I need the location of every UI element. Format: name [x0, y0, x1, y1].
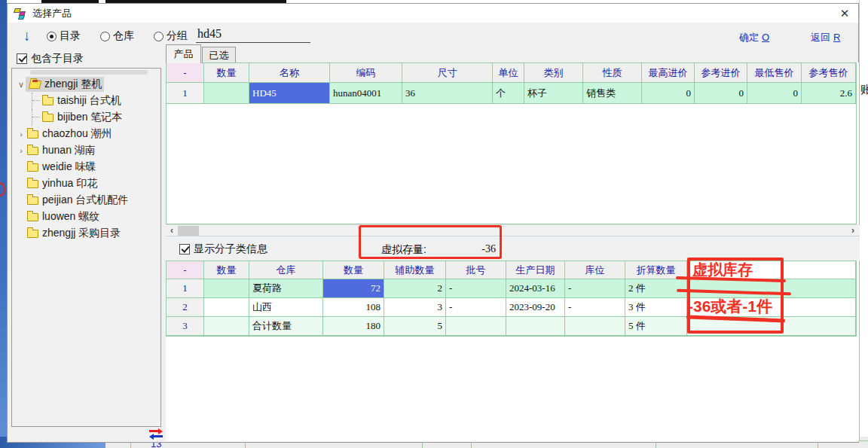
tree-scrollbar[interactable]	[30, 70, 148, 75]
select-product-dialog: 选择产品 ✕ ↓ 目录 仓库 分组 确定O 返回R 包含子目录 ∨	[7, 3, 859, 443]
background-partial-text: 账	[860, 83, 868, 97]
tab-selected[interactable]: 已选	[202, 47, 236, 63]
folder-icon	[27, 180, 38, 188]
tree-item-chaozhou[interactable]: › chaozhou 潮州	[12, 126, 160, 142]
folder-icon	[27, 163, 38, 172]
open-folder-icon	[29, 81, 41, 89]
include-subdir-checkbox[interactable]: 包含子目录	[17, 52, 84, 66]
selected-cell[interactable]: 72	[323, 279, 384, 298]
checkbox-icon	[179, 244, 190, 254]
down-arrow-icon[interactable]: ↓	[23, 28, 31, 44]
title-bar: 选择产品 ✕	[8, 4, 858, 23]
tree-bottom-strip	[11, 427, 161, 442]
tree-item-zhengjj[interactable]: zhengjj 采购目录	[12, 225, 160, 242]
tree-item-zhengji[interactable]: ∨ zhengji 整机	[12, 76, 160, 93]
tree-item-weidie[interactable]: weidie 味碟	[12, 159, 160, 175]
background-window-right: 账	[859, 0, 868, 448]
radio-dot	[100, 32, 110, 41]
tree-list: ∨ zhengji 整机 taishiji 台式机 bijiben 笔记本 › …	[12, 76, 160, 242]
scroll-right-icon[interactable]: ›	[847, 225, 859, 236]
product-table: - 数量 名称 编码 尺寸 单位 类别 性质 最高进价 参考进价 最低售价 参考…	[166, 62, 857, 224]
mode-radio-group: 目录 仓库 分组	[47, 29, 188, 43]
chevron-right-icon[interactable]: ›	[17, 146, 26, 155]
return-button[interactable]: 返回R	[811, 31, 840, 44]
catalog-tree-panel: ∨ zhengji 整机 taishiji 台式机 bijiben 笔记本 › …	[11, 68, 161, 427]
app-icon	[14, 8, 27, 20]
scrollbar-thumb[interactable]	[178, 226, 199, 236]
tree-item-taishiji[interactable]: taishiji 台式机	[12, 93, 160, 109]
tree-item-yinhua[interactable]: yinhua 印花	[12, 175, 160, 192]
show-subclass-checkbox[interactable]: 显示分子类信息	[179, 242, 267, 256]
tree-item-bijiben[interactable]: bijiben 笔记本	[12, 109, 160, 126]
folder-icon	[27, 147, 38, 155]
swap-icon[interactable]	[149, 428, 163, 439]
radio-warehouse[interactable]: 仓库	[100, 29, 134, 43]
folder-icon	[27, 230, 38, 238]
selected-cell[interactable]: HD45	[249, 83, 330, 104]
folder-icon	[42, 97, 53, 105]
tree-item-hunan[interactable]: › hunan 湖南	[12, 142, 160, 159]
folder-icon	[42, 114, 53, 122]
tab-product[interactable]: 产品	[166, 44, 201, 63]
folder-icon	[27, 213, 38, 221]
chevron-right-icon[interactable]: ›	[17, 130, 26, 139]
folder-icon	[27, 197, 38, 205]
annotation-box-virtual-stock	[359, 225, 502, 259]
product-table-row[interactable]: 1 HD45 hunan04001 36 个 杯子 销售类 0 0 0 2.6	[167, 83, 856, 104]
background-window-left	[0, 0, 7, 448]
radio-dot	[47, 32, 57, 41]
horizontal-scrollbar[interactable]: ‹ ›	[166, 224, 860, 236]
tree-item-peijian[interactable]: peijian 台式机配件	[12, 192, 160, 209]
radio-catalog[interactable]: 目录	[47, 29, 81, 43]
radio-dot	[154, 32, 164, 41]
close-icon[interactable]: ✕	[837, 6, 852, 21]
annotation-text-value: -36或者-1件	[688, 296, 772, 317]
right-pane: - 数量 名称 编码 尺寸 单位 类别 性质 最高进价 参考进价 最低售价 参考…	[166, 62, 860, 441]
tree-item-luowen[interactable]: luowen 螺纹	[12, 209, 160, 225]
radio-group[interactable]: 分组	[154, 29, 188, 43]
search-input[interactable]	[196, 25, 310, 43]
dialog-title: 选择产品	[32, 7, 72, 20]
scroll-left-icon[interactable]: ‹	[166, 225, 178, 236]
folder-icon	[27, 130, 38, 139]
confirm-button[interactable]: 确定O	[739, 31, 769, 44]
product-table-header: - 数量 名称 编码 尺寸 单位 类别 性质 最高进价 参考进价 最低售价 参考…	[167, 63, 856, 83]
chevron-down-icon[interactable]: ∨	[17, 80, 26, 90]
checkbox-icon	[17, 53, 27, 64]
